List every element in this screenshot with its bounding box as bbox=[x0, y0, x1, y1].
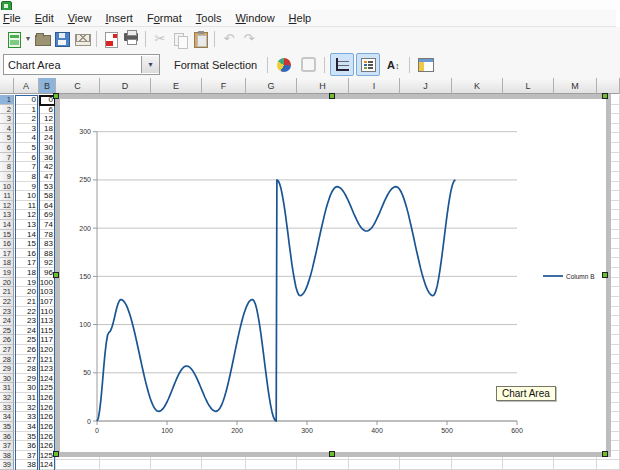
row-header-26[interactable]: 26 bbox=[0, 335, 14, 345]
resize-handle-right-middle[interactable] bbox=[602, 272, 608, 278]
x-tick-label: 600 bbox=[511, 427, 523, 434]
row-header-21[interactable]: 21 bbox=[0, 287, 14, 297]
row-header-23[interactable]: 23 bbox=[0, 307, 14, 317]
row-header-2[interactable]: 2 bbox=[0, 105, 14, 115]
column-header-b[interactable]: B bbox=[39, 78, 56, 94]
resize-handle-top-right[interactable] bbox=[602, 93, 608, 99]
paste-icon[interactable] bbox=[191, 30, 209, 48]
toolbar-separator bbox=[145, 31, 146, 47]
row-header-32[interactable]: 32 bbox=[0, 393, 14, 403]
column-header-l[interactable]: L bbox=[503, 78, 554, 94]
chart-object[interactable]: 0501001502002503000100200300400500600Col… bbox=[55, 94, 611, 457]
row-header-17[interactable]: 17 bbox=[0, 249, 14, 259]
new-document-icon[interactable] bbox=[5, 30, 23, 48]
save-icon[interactable] bbox=[53, 30, 71, 48]
corner-header[interactable] bbox=[597, 78, 620, 94]
row-header-1[interactable]: 1 bbox=[0, 95, 14, 105]
menu-format[interactable]: Format bbox=[140, 11, 189, 25]
row-header-20[interactable]: 20 bbox=[0, 278, 14, 288]
corner-header[interactable] bbox=[0, 78, 14, 94]
row-header-24[interactable]: 24 bbox=[0, 316, 14, 326]
data-ranges-icon[interactable] bbox=[297, 54, 319, 75]
scale-text-icon[interactable]: A↕ bbox=[382, 54, 404, 75]
row-header-14[interactable]: 14 bbox=[0, 220, 14, 230]
column-header-f[interactable]: F bbox=[202, 78, 246, 94]
resize-handle-bottom-left[interactable] bbox=[53, 451, 59, 457]
row-header-18[interactable]: 18 bbox=[0, 258, 14, 268]
open-icon[interactable] bbox=[33, 30, 51, 48]
redo-icon[interactable]: ↷ bbox=[240, 30, 258, 48]
series-line-column-b[interactable] bbox=[97, 180, 455, 421]
row-header-39[interactable]: 39 bbox=[0, 460, 14, 470]
column-header-k[interactable]: K bbox=[452, 78, 503, 94]
x-tick-label: 500 bbox=[441, 427, 453, 434]
cut-icon[interactable]: ✂ bbox=[151, 30, 169, 48]
row-header-22[interactable]: 22 bbox=[0, 297, 14, 307]
row-header-27[interactable]: 27 bbox=[0, 345, 14, 355]
chart-type-icon[interactable] bbox=[273, 54, 295, 75]
copy-icon[interactable] bbox=[171, 30, 189, 48]
row-header-7[interactable]: 7 bbox=[0, 153, 14, 163]
new-document-dropdown-icon[interactable]: ▾ bbox=[24, 30, 32, 48]
row-header-6[interactable]: 6 bbox=[0, 143, 14, 153]
row-header-10[interactable]: 10 bbox=[0, 182, 14, 192]
column-header-d[interactable]: D bbox=[100, 78, 151, 94]
row-header-19[interactable]: 19 bbox=[0, 268, 14, 278]
menu-tools[interactable]: Tools bbox=[189, 11, 229, 25]
chevron-down-icon[interactable]: ▾ bbox=[141, 56, 159, 73]
menu-help[interactable]: Help bbox=[282, 11, 319, 25]
print-icon[interactable] bbox=[122, 30, 140, 48]
menu-edit[interactable]: Edit bbox=[28, 11, 61, 25]
resize-handle-left-middle[interactable] bbox=[53, 272, 59, 278]
column-header-j[interactable]: J bbox=[400, 78, 452, 94]
row-header-5[interactable]: 5 bbox=[0, 133, 14, 143]
column-header-a[interactable]: A bbox=[14, 78, 39, 94]
resize-handle-bottom-right[interactable] bbox=[602, 451, 608, 457]
column-header-m[interactable]: M bbox=[554, 78, 597, 94]
row-header-28[interactable]: 28 bbox=[0, 355, 14, 365]
menu-insert[interactable]: Insert bbox=[98, 11, 140, 25]
row-header-8[interactable]: 8 bbox=[0, 162, 14, 172]
menu-file[interactable]: File bbox=[0, 11, 28, 25]
y-tick-label: 150 bbox=[79, 273, 91, 280]
row-header-4[interactable]: 4 bbox=[0, 124, 14, 134]
toolbar-separator bbox=[267, 57, 268, 73]
x-tick-label: 0 bbox=[95, 427, 99, 434]
y-tick-label: 100 bbox=[79, 321, 91, 328]
row-header-3[interactable]: 3 bbox=[0, 114, 14, 124]
row-header-15[interactable]: 15 bbox=[0, 230, 14, 240]
row-header-33[interactable]: 33 bbox=[0, 403, 14, 413]
row-header-31[interactable]: 31 bbox=[0, 383, 14, 393]
export-pdf-icon[interactable] bbox=[102, 30, 120, 48]
row-header-37[interactable]: 37 bbox=[0, 441, 14, 451]
chart-element-selector[interactable]: Chart Area ▾ bbox=[3, 54, 160, 75]
resize-handle-top-left[interactable] bbox=[53, 93, 59, 99]
row-header-25[interactable]: 25 bbox=[0, 326, 14, 336]
row-header-30[interactable]: 30 bbox=[0, 374, 14, 384]
row-header-29[interactable]: 29 bbox=[0, 364, 14, 374]
row-header-13[interactable]: 13 bbox=[0, 210, 14, 220]
row-header-11[interactable]: 11 bbox=[0, 191, 14, 201]
horizontal-grids-icon[interactable] bbox=[330, 53, 354, 76]
undo-icon[interactable]: ↶ bbox=[220, 30, 238, 48]
format-selection-button[interactable]: Format Selection bbox=[168, 59, 263, 71]
column-header-g[interactable]: G bbox=[246, 78, 297, 94]
row-header-12[interactable]: 12 bbox=[0, 201, 14, 211]
column-header-c[interactable]: C bbox=[56, 78, 100, 94]
row-header-9[interactable]: 9 bbox=[0, 172, 14, 182]
column-header-h[interactable]: H bbox=[297, 78, 349, 94]
menu-window[interactable]: Window bbox=[228, 11, 281, 25]
automatic-layout-icon[interactable] bbox=[415, 54, 437, 75]
legend-toggle-icon[interactable] bbox=[356, 53, 380, 76]
email-icon[interactable] bbox=[73, 30, 91, 48]
resize-handle-bottom-middle[interactable] bbox=[329, 451, 335, 457]
row-header-16[interactable]: 16 bbox=[0, 239, 14, 249]
menu-view[interactable]: View bbox=[61, 11, 99, 25]
column-header-i[interactable]: I bbox=[349, 78, 400, 94]
row-header-34[interactable]: 34 bbox=[0, 412, 14, 422]
row-header-36[interactable]: 36 bbox=[0, 432, 14, 442]
resize-handle-top-middle[interactable] bbox=[329, 93, 335, 99]
row-header-35[interactable]: 35 bbox=[0, 422, 14, 432]
column-header-e[interactable]: E bbox=[151, 78, 202, 94]
row-header-38[interactable]: 38 bbox=[0, 451, 14, 461]
